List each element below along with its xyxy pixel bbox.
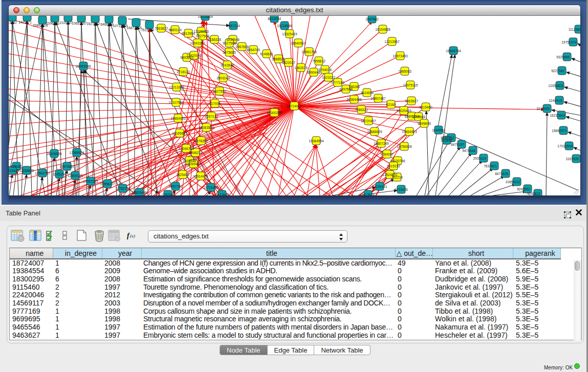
svg-text:10653287: 10653287	[72, 21, 87, 25]
svg-text:10719155: 10719155	[113, 24, 128, 28]
svg-text:16648784: 16648784	[446, 49, 461, 53]
svg-text:18724007: 18724007	[287, 104, 302, 108]
svg-text:8912954: 8912954	[182, 32, 195, 35]
svg-text:1167535: 1167535	[565, 157, 579, 161]
svg-text:252214: 252214	[391, 176, 403, 179]
svg-text:7625402: 7625402	[176, 173, 189, 177]
svg-text:18807249: 18807249	[374, 142, 389, 145]
svg-text:16543362: 16543362	[190, 41, 205, 45]
svg-text:893892: 893892	[441, 139, 452, 142]
svg-text:1588520: 1588520	[272, 57, 285, 61]
svg-text:7515526: 7515526	[141, 28, 154, 32]
svg-text:746266: 746266	[349, 85, 360, 89]
svg-text:9777169: 9777169	[331, 81, 344, 84]
svg-text:8454749: 8454749	[247, 48, 260, 52]
svg-text:1621022: 1621022	[322, 76, 335, 79]
svg-text:5875685: 5875685	[223, 51, 236, 54]
svg-text:1096172: 1096172	[46, 21, 59, 25]
svg-text:17016504: 17016504	[557, 144, 573, 148]
svg-text:835081: 835081	[11, 165, 22, 168]
svg-text:6479197: 6479197	[451, 143, 464, 146]
svg-text:12505135: 12505135	[68, 174, 83, 178]
svg-text:12093822: 12093822	[548, 84, 563, 87]
svg-text:12213369: 12213369	[169, 85, 184, 89]
svg-text:1112484: 1112484	[569, 28, 580, 31]
svg-text:19654923: 19654923	[170, 117, 186, 120]
svg-text:8186328: 8186328	[208, 38, 221, 41]
svg-text:9327508: 9327508	[223, 41, 236, 45]
svg-text:1362615: 1362615	[294, 66, 308, 70]
svg-text:12213967: 12213967	[384, 40, 400, 43]
svg-text:1244413: 1244413	[549, 99, 562, 102]
svg-text:6794028: 6794028	[318, 68, 332, 72]
svg-text:3215955: 3215955	[536, 107, 550, 111]
svg-text:7857224: 7857224	[227, 24, 240, 28]
svg-text:1849584: 1849584	[412, 115, 425, 119]
svg-text:9084067: 9084067	[380, 152, 394, 156]
svg-text:8427552: 8427552	[213, 90, 226, 93]
svg-text:9146821: 9146821	[260, 52, 273, 56]
svg-text:1640954: 1640954	[432, 128, 445, 132]
svg-text:8878352: 8878352	[194, 139, 208, 143]
svg-text:10807487: 10807487	[371, 97, 386, 100]
svg-text:7485063: 7485063	[398, 70, 411, 73]
svg-text:7632621: 7632621	[484, 164, 497, 168]
svg-text:19384554: 19384554	[309, 139, 324, 143]
svg-text:16033809: 16033809	[198, 16, 213, 18]
svg-text:2803144: 2803144	[216, 76, 230, 80]
svg-text:7663822: 7663822	[155, 27, 168, 30]
svg-text:10025433: 10025433	[396, 109, 411, 113]
svg-text:15720407: 15720407	[361, 119, 376, 123]
svg-text:17957225: 17957225	[83, 180, 98, 183]
svg-text:16961758: 16961758	[301, 50, 317, 54]
svg-text:3915482: 3915482	[9, 20, 17, 24]
svg-text:9457791: 9457791	[169, 185, 182, 188]
svg-text:(x): (x)	[130, 233, 135, 238]
svg-text:1615152: 1615152	[387, 164, 400, 168]
svg-text:14136141: 14136141	[372, 185, 387, 188]
svg-text:16671355: 16671355	[126, 26, 142, 30]
svg-text:6899695: 6899695	[418, 122, 431, 125]
svg-text:9329966: 9329966	[556, 55, 570, 59]
svg-text:9474444: 9474444	[462, 149, 475, 152]
svg-text:16210643: 16210643	[550, 114, 565, 117]
svg-text:13226053: 13226053	[193, 30, 209, 33]
svg-text:1234546: 1234546	[226, 38, 239, 41]
svg-text:16782759: 16782759	[115, 187, 130, 190]
svg-text:9463627: 9463627	[405, 99, 418, 103]
svg-text:12975115: 12975115	[403, 83, 418, 87]
svg-text:16120746: 16120746	[390, 159, 405, 163]
svg-text:9860124: 9860124	[168, 28, 182, 32]
svg-text:6466160: 6466160	[100, 23, 114, 26]
svg-text:12942737: 12942737	[35, 171, 50, 175]
svg-text:19654923: 19654923	[402, 130, 417, 134]
svg-text:16154838: 16154838	[375, 28, 390, 31]
svg-text:9227342: 9227342	[551, 69, 564, 73]
svg-text:9242848: 9242848	[221, 63, 234, 67]
svg-text:15716485: 15716485	[203, 186, 219, 189]
svg-text:10958107: 10958107	[100, 182, 115, 186]
svg-text:6322037: 6322037	[282, 61, 295, 64]
svg-text:19756928: 19756928	[397, 145, 412, 148]
svg-text:8471626: 8471626	[495, 172, 508, 176]
svg-text:13325419: 13325419	[282, 32, 297, 36]
svg-text:2718120: 2718120	[177, 70, 190, 74]
svg-text:20053346: 20053346	[76, 64, 91, 68]
svg-text:10107552: 10107552	[168, 101, 184, 104]
svg-text:2105347: 2105347	[59, 21, 73, 25]
svg-text:3624554: 3624554	[360, 91, 374, 95]
svg-text:11156829: 11156829	[19, 169, 34, 172]
svg-text:8267130: 8267130	[205, 115, 218, 118]
svg-text:16046755: 16046755	[179, 147, 194, 150]
svg-text:15751074: 15751074	[561, 40, 577, 44]
svg-text:1527602: 1527602	[86, 22, 100, 26]
svg-text:62160: 62160	[386, 103, 396, 106]
svg-text:10654112: 10654112	[506, 180, 520, 184]
svg-text:9115460: 9115460	[419, 105, 432, 109]
svg-text:2087682: 2087682	[365, 17, 379, 21]
svg-text:1145194: 1145194	[53, 172, 66, 176]
svg-text:19975867: 19975867	[59, 165, 75, 168]
svg-text:19218586: 19218586	[277, 24, 292, 28]
svg-text:8813054: 8813054	[268, 17, 281, 20]
svg-text:9245612: 9245612	[527, 192, 540, 195]
